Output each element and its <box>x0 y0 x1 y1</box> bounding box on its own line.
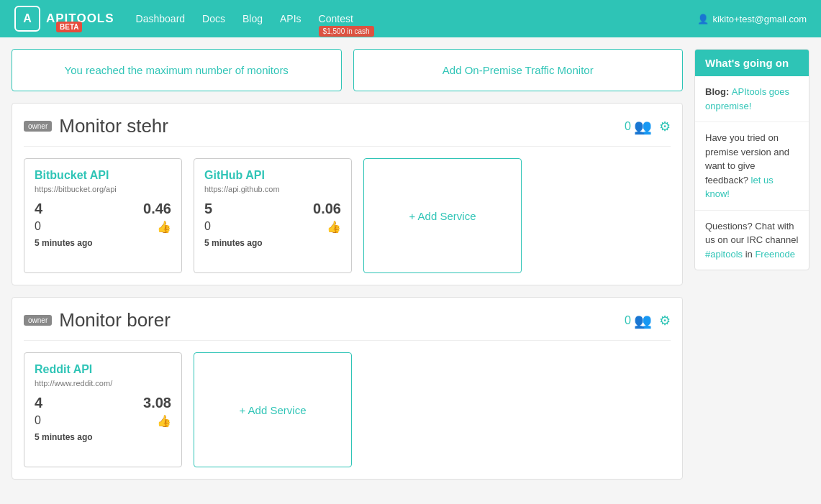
service-bitbucket-time: 5 minutes ago <box>35 238 171 248</box>
stat-github-3: 0 <box>204 220 270 234</box>
service-github-name[interactable]: GitHub API <box>204 169 341 182</box>
service-reddit-stats: 4 3.08 0 👍 <box>35 395 171 428</box>
service-github: GitHub API https://api.github.com 5 0.06… <box>194 158 352 273</box>
monitor-borer-gear[interactable]: ⚙ <box>659 313 671 329</box>
users-icon: 👥 <box>634 118 652 135</box>
sidebar-title: What's going on <box>695 50 809 76</box>
monitor-stehr-header: owner Monitor stehr 0 👥 ⚙ <box>24 115 671 147</box>
service-bitbucket-stats: 4 0.46 0 👍 <box>35 201 171 234</box>
service-reddit: Reddit API http://www.reddit.com/ 4 3.08… <box>24 352 182 467</box>
stat-reddit-1: 4 <box>35 395 100 411</box>
add-service-stehr-label: + Add Service <box>409 210 476 222</box>
monitor-borer-actions: 0 👥 ⚙ <box>625 312 671 329</box>
stat-bitbucket-1: 4 <box>35 201 100 217</box>
nav-blog[interactable]: Blog <box>242 13 263 24</box>
service-bitbucket: Bitbucket API https://bitbucket.org/api … <box>24 158 182 273</box>
service-bitbucket-name[interactable]: Bitbucket API <box>35 169 171 182</box>
owner-badge-stehr: owner <box>24 121 52 132</box>
sidebar-irc-middle: in <box>745 249 756 260</box>
monitor-stehr-section: owner Monitor stehr 0 👥 ⚙ Bitbucket API … <box>12 103 683 285</box>
user-menu[interactable]: 👤 kikito+test@gmail.com <box>697 14 807 24</box>
service-github-time: 5 minutes ago <box>204 238 341 248</box>
max-monitors-banner: You reached the maximum number of monito… <box>12 49 342 91</box>
thumb-reddit: 👍 <box>106 414 171 428</box>
sidebar-irc-text: Questions? Chat with us on our IRC chann… <box>705 221 798 246</box>
monitor-stehr-title: Monitor stehr <box>59 115 625 137</box>
monitor-borer-section: owner Monitor borer 0 👥 ⚙ Reddit API htt… <box>12 297 683 480</box>
main-container: You reached the maximum number of monito… <box>0 37 821 491</box>
nav-apis[interactable]: APIs <box>280 13 301 24</box>
sidebar-feedback-text: Have you tried on premise version and wa… <box>705 132 789 185</box>
sidebar-irc-link2[interactable]: Freenode <box>755 249 795 260</box>
stat-reddit-2: 3.08 <box>106 395 171 411</box>
service-reddit-time: 5 minutes ago <box>35 432 171 442</box>
content-area: You reached the maximum number of monito… <box>12 49 683 480</box>
add-service-borer-button[interactable]: + Add Service <box>194 352 352 467</box>
navbar: A APITOOLS BETA Dashboard Docs Blog APIs… <box>0 0 821 37</box>
service-github-stats: 5 0.06 0 👍 <box>204 201 341 234</box>
beta-badge: BETA <box>56 22 82 32</box>
thumb-github: 👍 <box>276 220 341 234</box>
user-icon: 👤 <box>697 14 709 24</box>
service-github-url: https://api.github.com <box>204 185 341 193</box>
thumb-bitbucket: 👍 <box>106 220 171 234</box>
stat-reddit-3: 0 <box>35 414 100 428</box>
users-icon-borer: 👥 <box>634 312 652 329</box>
sidebar-item-feedback: Have you tried on premise version and wa… <box>695 122 809 211</box>
top-banners: You reached the maximum number of monito… <box>12 49 683 91</box>
monitor-stehr-actions: 0 👥 ⚙ <box>625 118 671 135</box>
stat-bitbucket-2: 0.46 <box>106 201 171 217</box>
add-service-borer-label: + Add Service <box>240 404 307 416</box>
monitor-borer-count: 0 👥 <box>625 312 652 329</box>
service-reddit-url: http://www.reddit.com/ <box>35 379 171 388</box>
nav-links: Dashboard Docs Blog APIs Contest $1,500 … <box>136 13 698 24</box>
sidebar-item-blog: Blog: APItools goes onpremise! <box>695 76 809 122</box>
monitor-stehr-gear[interactable]: ⚙ <box>659 119 671 134</box>
stat-github-2: 0.06 <box>276 201 341 217</box>
user-email: kikito+test@gmail.com <box>712 14 807 24</box>
sidebar-item-irc: Questions? Chat with us on our IRC chann… <box>695 211 809 270</box>
add-premise-banner[interactable]: Add On-Premise Traffic Monitor <box>353 49 684 91</box>
monitor-borer-title: Monitor borer <box>59 309 625 331</box>
stat-bitbucket-3: 0 <box>35 220 100 234</box>
monitor-stehr-count: 0 👥 <box>625 118 652 135</box>
monitor-borer-header: owner Monitor borer 0 👥 ⚙ <box>24 309 671 341</box>
stat-github-1: 5 <box>204 201 270 217</box>
nav-dashboard[interactable]: Dashboard <box>136 13 186 24</box>
nav-docs[interactable]: Docs <box>202 13 225 24</box>
cash-badge: $1,500 in cash <box>319 26 374 37</box>
sidebar-blog-prefix: Blog: <box>705 86 732 97</box>
sidebar: What's going on Blog: APItools goes onpr… <box>694 49 809 480</box>
service-bitbucket-url: https://bitbucket.org/api <box>35 185 171 193</box>
owner-badge-borer: owner <box>24 315 52 326</box>
brand-icon: A <box>14 6 40 32</box>
sidebar-irc-link1[interactable]: #apitools <box>705 249 743 260</box>
monitor-stehr-services: Bitbucket API https://bitbucket.org/api … <box>24 158 671 273</box>
monitor-borer-services: Reddit API http://www.reddit.com/ 4 3.08… <box>24 352 671 467</box>
sidebar-box: What's going on Blog: APItools goes onpr… <box>694 49 809 270</box>
service-reddit-name[interactable]: Reddit API <box>35 363 171 376</box>
add-service-stehr-button[interactable]: + Add Service <box>363 158 522 273</box>
nav-contest[interactable]: Contest $1,500 in cash <box>319 13 353 24</box>
